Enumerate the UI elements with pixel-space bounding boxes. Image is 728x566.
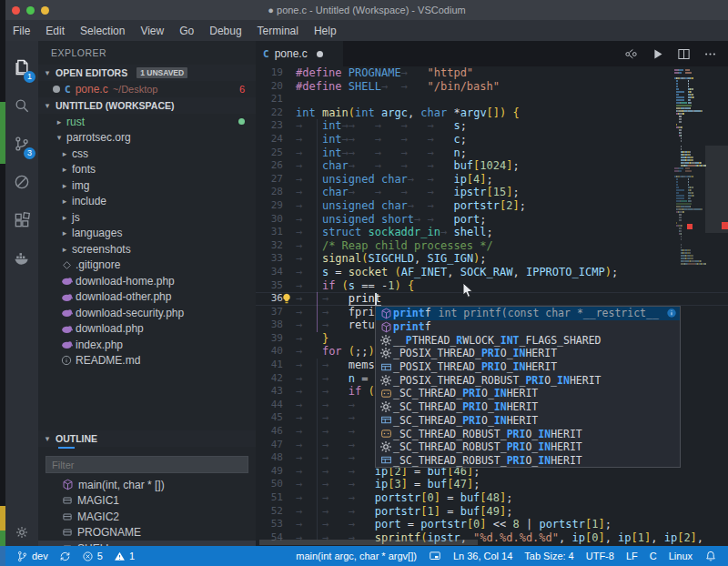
line-number[interactable]: 20 [256, 80, 283, 94]
tree-item-fonts[interactable]: ▸fonts [38, 162, 256, 178]
status-right-monitor-icon[interactable] [429, 550, 441, 562]
line-number[interactable]: 52 [256, 505, 283, 519]
code-line-27[interactable]: 27→ unsigned char→ → ip[4]; [256, 173, 728, 187]
tree-item-css[interactable]: ▸css [38, 146, 256, 162]
code-line-20[interactable]: 20#define SHELL→ → "/bin/bash" [256, 80, 728, 94]
tree-item-index-php[interactable]: index.php [38, 337, 256, 353]
line-number[interactable]: 24 [256, 133, 283, 147]
menu-selection[interactable]: Selection [80, 25, 125, 37]
code-line-34[interactable]: 34→ s = socket (AF_INET, SOCK_RAW, IPPRO… [256, 266, 728, 279]
tree-item--gitignore[interactable]: .gitignore [38, 258, 256, 274]
modified-dot[interactable] [317, 51, 323, 57]
status-right-item-4[interactable]: UTF-8 [586, 551, 614, 561]
outline-item-magic2[interactable]: MAGIC2 [38, 509, 256, 525]
run-icon[interactable] [651, 47, 664, 61]
line-number[interactable]: 34 [256, 266, 283, 279]
suggestion-item[interactable]: _POSIX_THREAD_PRIO_INHERIT [376, 347, 680, 360]
line-number[interactable]: 51 [256, 491, 283, 505]
modified-dot[interactable] [53, 86, 60, 93]
tree-item-parrotsec-org[interactable]: ▾parrotsec.org [38, 130, 256, 147]
suggestion-item[interactable]: _SC_THREAD_ROBUST_PRIO_INHERIT [376, 440, 680, 454]
code-line-50[interactable]: 50→ → → ip[3] = buf[47]; [256, 478, 728, 491]
line-number[interactable]: 40 [256, 345, 283, 359]
line-number[interactable]: 32 [256, 239, 283, 253]
split-editor-icon[interactable] [677, 47, 691, 61]
line-number[interactable]: 30 [256, 213, 283, 227]
open-editors-header[interactable]: ▾ OPEN EDITORS 1 UNSAVED [38, 65, 256, 81]
activity-source-control-icon[interactable]: 3 [5, 125, 38, 163]
activity-extensions-icon[interactable] [5, 201, 38, 239]
suggestion-item[interactable]: _SC_THREAD_PRIO_INHERIT [376, 387, 680, 400]
minimap-slider[interactable] [705, 146, 728, 233]
outline-item-main-int-char-[interactable]: main(int, char * []) [38, 477, 256, 493]
status-left-sync-icon[interactable] [59, 551, 71, 562]
code-line-24[interactable]: 24→ int→→ → → → c; [256, 133, 728, 147]
line-number[interactable]: 37 [256, 306, 283, 319]
line-number[interactable]: 45 [256, 411, 283, 425]
read-more-info-icon[interactable] [666, 308, 677, 318]
code-line-32[interactable]: 32→ /* Reap child processes */ [256, 239, 728, 253]
status-right-item-0[interactable]: main(int argc, char * argv[]) [296, 551, 417, 561]
status-right-bell-icon[interactable] [704, 550, 717, 562]
status-left-warning-icon[interactable]: 1 [114, 551, 135, 562]
line-number[interactable]: 44 [256, 399, 283, 412]
suggestion-item[interactable]: _POSIX_THREAD_PRIO_INHERIT [376, 360, 680, 374]
line-number[interactable]: 48 [256, 451, 283, 465]
code-line-52[interactable]: 52→ → → portstr[1] = buf[49]; [256, 505, 728, 519]
horizontal-scrollbar[interactable] [259, 540, 478, 545]
code-line-33[interactable]: 33→ signal(SIGCHLD, SIG_IGN); [256, 252, 728, 266]
more-actions-icon[interactable] [703, 47, 717, 61]
line-number[interactable]: 53 [256, 518, 283, 531]
tree-item-download-security-php[interactable]: download-security.php [38, 305, 256, 321]
menu-debug[interactable]: Debug [209, 25, 241, 37]
settings-gear-icon[interactable] [5, 521, 38, 544]
code-line-53[interactable]: 53→ → → port = portstr[0] << 8 | portstr… [256, 518, 728, 531]
tree-item-screenshots[interactable]: ▸screenshots [38, 241, 256, 258]
status-right-item-3[interactable]: Tab Size: 4 [524, 551, 573, 561]
code-line-28[interactable]: 28→ char→ → → → ipstr[15]; [256, 186, 728, 199]
tree-item-download-home-php[interactable]: download-home.php [38, 273, 256, 289]
suggestion-item[interactable]: printfint printf(const char *__restrict_… [376, 307, 680, 320]
outline-header[interactable]: ▾ OUTLINE [38, 430, 256, 447]
line-number[interactable]: 39 [256, 332, 283, 346]
maximize-window-button[interactable] [26, 6, 35, 15]
line-number[interactable]: 47 [256, 439, 283, 452]
line-number[interactable]: 31 [256, 226, 283, 239]
code-line-19[interactable]: 19#define PROGNAME→ "httpd" [256, 66, 728, 80]
code-line-36[interactable]: 36→ → print [256, 292, 728, 306]
status-left-branch-icon[interactable]: dev [16, 551, 48, 562]
status-right-item-6[interactable]: C [650, 551, 657, 561]
menu-go[interactable]: Go [179, 25, 194, 37]
tree-item-js[interactable]: ▸js [38, 209, 256, 226]
status-right-item-2[interactable]: Ln 36, Col 14 [453, 551, 512, 561]
code-line-31[interactable]: 31→ struct sockaddr_in→ shell; [256, 226, 728, 239]
status-right-item-5[interactable]: LF [626, 551, 638, 561]
line-number[interactable]: 38 [256, 318, 283, 332]
line-number[interactable]: 21 [256, 93, 283, 106]
code-line-51[interactable]: 51→ → → portstr[0] = buf[48]; [256, 491, 728, 505]
activity-search-icon[interactable] [5, 86, 38, 125]
line-number[interactable]: 41 [256, 359, 283, 372]
code-line-35[interactable]: 35→ if (s == -1) { [256, 279, 728, 293]
tree-item-readme-md[interactable]: README.md [38, 353, 256, 369]
code-line-30[interactable]: 30→ unsigned short→ → port; [256, 213, 728, 227]
suggestion-item[interactable]: _SC_THREAD_PRIO_INHERIT [376, 414, 680, 428]
menu-file[interactable]: File [13, 25, 30, 37]
line-number[interactable]: 50 [256, 478, 283, 491]
menu-help[interactable]: Help [314, 25, 337, 37]
code-line-23[interactable]: 23→ int→→ → → → s; [256, 119, 728, 133]
line-number[interactable]: 35 [256, 279, 283, 293]
line-number[interactable]: 28 [256, 186, 283, 199]
tree-item-img[interactable]: ▸img [38, 177, 256, 194]
code-line-21[interactable]: 21 [256, 93, 728, 106]
suggestion-item[interactable]: _SC_THREAD_ROBUST_PRIO_INHERIT [376, 427, 680, 440]
activity-docker-icon[interactable] [5, 239, 38, 278]
tree-item-rust[interactable]: ▸rust [38, 114, 256, 130]
line-number[interactable]: 26 [256, 159, 283, 173]
tree-item-languages[interactable]: ▸languages [38, 226, 256, 242]
outline-filter-input[interactable] [46, 456, 248, 473]
workspace-header[interactable]: ▾ UNTITLED (WORKSPACE) [38, 97, 256, 114]
tree-item-include[interactable]: ▸include [38, 194, 256, 210]
outline-item-progname[interactable]: PROGNAME [38, 525, 256, 541]
open-editor-item[interactable]: Cpone.c~/Desktop6 [38, 81, 256, 97]
